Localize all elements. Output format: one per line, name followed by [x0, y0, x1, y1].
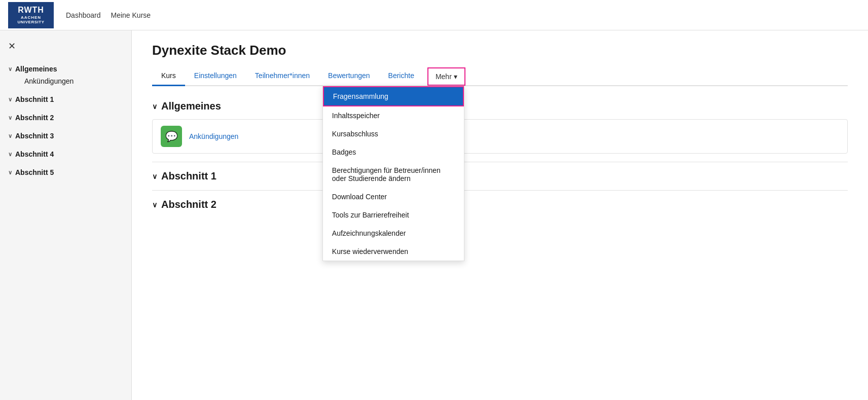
tabs-container: Kurs Einstellungen Teilnehmer*innen Bewe… [152, 66, 848, 86]
page-title: Dynexite Stack Demo [152, 43, 848, 58]
tab-bewertungen[interactable]: Bewertungen [319, 66, 379, 86]
dropdown-item-berechtigungen[interactable]: Berechtigungen für Betreuer/innen oder S… [323, 161, 464, 188]
tab-mehr-label: Mehr [436, 72, 452, 81]
sidebar-section-label-abschnitt3: Abschnitt 3 [15, 132, 54, 140]
dropdown-item-badges[interactable]: Badges [323, 143, 464, 161]
content-section-abschnitt2: ∨ Abschnitt 2 [152, 199, 848, 210]
content-section-allgemeines: ∨ Allgemeines 💬 Ankündigungen [152, 100, 848, 154]
layout: ✕ ∨ Allgemeines Ankündigungen ∨ Abschnit… [0, 30, 868, 400]
dropdown-item-kursabschluss[interactable]: Kursabschluss [323, 125, 464, 143]
content-section-label-abschnitt2: Abschnitt 2 [161, 199, 216, 210]
sidebar-section-label-abschnitt4: Abschnitt 4 [15, 150, 54, 158]
mehr-dropdown-menu: Fragensammlung Inhaltsspeicher Kursabsch… [322, 86, 464, 261]
nav-meine-kurse[interactable]: Meine Kurse [111, 11, 151, 19]
sidebar-section-header-abschnitt5[interactable]: ∨ Abschnitt 5 [8, 166, 123, 178]
sidebar-section-label-abschnitt5: Abschnitt 5 [15, 168, 54, 176]
tab-teilnehmer[interactable]: Teilnehmer*innen [246, 66, 319, 86]
dropdown-item-aufzeichnungskalender[interactable]: Aufzeichnungskalender [323, 224, 464, 242]
logo[interactable]: RWTH AACHEN UNIVERSITY [8, 2, 54, 28]
sidebar-section-header-abschnitt4[interactable]: ∨ Abschnitt 4 [8, 148, 123, 160]
sidebar-section-label-allgemeines: Allgemeines [15, 65, 57, 73]
course-tabs: Kurs Einstellungen Teilnehmer*innen Bewe… [152, 66, 848, 86]
section-divider-1 [152, 162, 848, 162]
chevron-icon-content-abschnitt1: ∨ [152, 172, 157, 180]
content-section-header-allgemeines: ∨ Allgemeines [152, 100, 848, 112]
dropdown-item-fragensammlung[interactable]: Fragensammlung [323, 86, 464, 106]
sidebar-section-label-abschnitt1: Abschnitt 1 [15, 95, 54, 103]
content-section-header-abschnitt1: ∨ Abschnitt 1 [152, 170, 848, 182]
content-section-header-abschnitt2: ∨ Abschnitt 2 [152, 199, 848, 210]
section-divider-2 [152, 190, 848, 191]
activity-icon-ankuendigungen: 💬 [161, 126, 182, 147]
logo-aachen: AACHEN [21, 15, 41, 20]
dropdown-item-download-center[interactable]: Download Center [323, 188, 464, 206]
sidebar-section-abschnitt1: ∨ Abschnitt 1 [0, 90, 131, 108]
dropdown-item-barrierefreiheit[interactable]: Tools zur Barrierefreiheit [323, 206, 464, 224]
chevron-icon-abschnitt4: ∨ [8, 151, 12, 158]
sidebar-section-abschnitt3: ∨ Abschnitt 3 [0, 127, 131, 145]
main-content: Dynexite Stack Demo Kurs Einstellungen T… [132, 30, 868, 400]
top-nav: RWTH AACHEN UNIVERSITY Dashboard Meine K… [0, 0, 868, 30]
tab-kurs[interactable]: Kurs [152, 66, 185, 86]
chevron-down-icon: ▾ [454, 72, 457, 81]
sidebar-close-button[interactable]: ✕ [0, 39, 131, 60]
activity-card-ankuendigungen: 💬 Ankündigungen [152, 119, 848, 154]
chevron-icon-abschnitt2: ∨ [8, 115, 12, 121]
sidebar-item-ankuendigungen[interactable]: Ankündigungen [8, 75, 123, 87]
chevron-icon-content-abschnitt2: ∨ [152, 201, 157, 209]
sidebar-section-header-abschnitt1[interactable]: ∨ Abschnitt 1 [8, 93, 123, 105]
tab-einstellungen[interactable]: Einstellungen [185, 66, 246, 86]
content-section-label-allgemeines: Allgemeines [161, 100, 221, 112]
logo-university: UNIVERSITY [17, 20, 44, 25]
sidebar-section-abschnitt2: ∨ Abschnitt 2 [0, 108, 131, 127]
nav-dashboard[interactable]: Dashboard [66, 11, 101, 19]
sidebar-section-header-allgemeines[interactable]: ∨ Allgemeines [8, 63, 123, 75]
tab-mehr-button[interactable]: Mehr ▾ Fragensammlung Inhaltsspeicher Ku… [427, 67, 465, 86]
tab-berichte[interactable]: Berichte [379, 66, 423, 86]
sidebar-section-allgemeines: ∨ Allgemeines Ankündigungen [0, 60, 131, 90]
logo-rwth: RWTH [18, 5, 44, 15]
chevron-icon-allgemeines: ∨ [8, 66, 12, 72]
content-section-abschnitt1: ∨ Abschnitt 1 [152, 170, 848, 182]
content-section-label-abschnitt1: Abschnitt 1 [161, 170, 216, 182]
chat-icon: 💬 [165, 130, 178, 142]
dropdown-item-kurse-wiederverwenden[interactable]: Kurse wiederverwenden [323, 242, 464, 261]
sidebar-section-abschnitt4: ∨ Abschnitt 4 [0, 145, 131, 163]
chevron-icon-abschnitt3: ∨ [8, 133, 12, 139]
chevron-icon-content-allgemeines: ∨ [152, 102, 157, 111]
chevron-icon-abschnitt1: ∨ [8, 96, 12, 103]
sidebar: ✕ ∨ Allgemeines Ankündigungen ∨ Abschnit… [0, 30, 132, 400]
dropdown-item-inhaltsspeicher[interactable]: Inhaltsspeicher [323, 106, 464, 125]
nav-links: Dashboard Meine Kurse [66, 11, 151, 19]
chevron-icon-abschnitt5: ∨ [8, 169, 12, 176]
sidebar-section-abschnitt5: ∨ Abschnitt 5 [0, 163, 131, 181]
sidebar-section-header-abschnitt2[interactable]: ∨ Abschnitt 2 [8, 112, 123, 124]
activity-link-ankuendigungen[interactable]: Ankündigungen [189, 132, 238, 140]
sidebar-section-label-abschnitt2: Abschnitt 2 [15, 114, 54, 122]
sidebar-section-header-abschnitt3[interactable]: ∨ Abschnitt 3 [8, 130, 123, 142]
